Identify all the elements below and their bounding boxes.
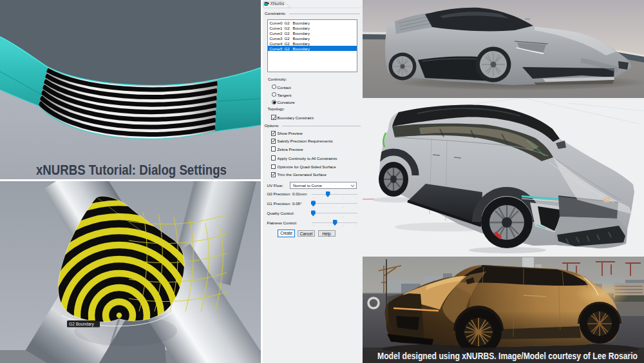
svg-text:G2 Boundary: G2 Boundary [69,322,95,327]
svg-text:xNURBS Tutorial: Dialog Settin: xNURBS Tutorial: Dialog Settings [36,162,227,178]
svg-text:XNurbs: XNurbs [270,1,285,6]
svg-text:Model designed using xNURBS. I: Model designed using xNURBS. Image/Model… [377,351,638,361]
